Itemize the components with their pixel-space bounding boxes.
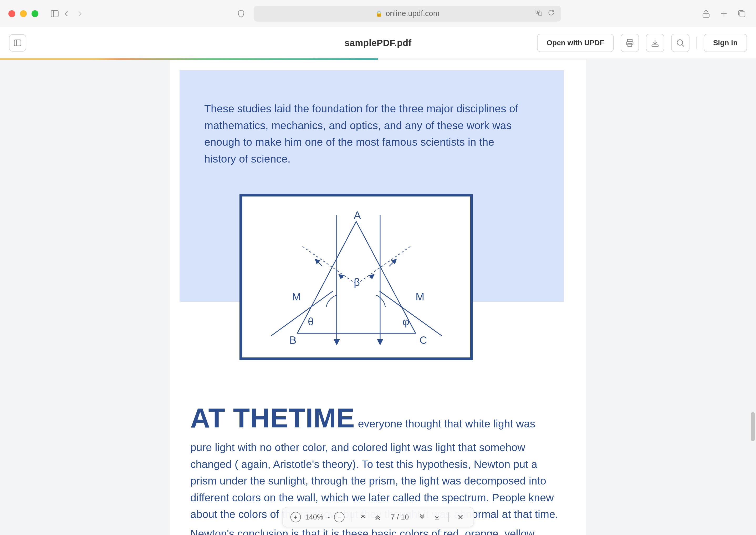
diagram-label-M-left: M <box>292 291 301 302</box>
svg-line-22 <box>316 260 322 266</box>
toolbar-divider <box>696 37 697 49</box>
highlight-text: These studies laid the foundation for th… <box>204 100 520 167</box>
diagram-label-beta: β <box>354 276 360 288</box>
svg-point-14 <box>677 40 683 45</box>
svg-line-18 <box>303 246 355 283</box>
window-minimize-button[interactable] <box>20 10 27 17</box>
svg-line-23 <box>389 260 396 266</box>
bar-divider <box>448 512 449 522</box>
zoom-in-button[interactable]: + <box>290 512 301 522</box>
translate-icon[interactable] <box>535 9 543 18</box>
zoom-page-control: + 140% - − 7 / 10 <box>282 507 474 527</box>
download-button[interactable] <box>646 34 664 52</box>
window-zoom-button[interactable] <box>32 10 39 17</box>
print-button[interactable] <box>621 34 639 52</box>
zoom-out-button[interactable]: − <box>334 512 345 522</box>
last-page-button[interactable] <box>431 513 442 521</box>
close-bar-button[interactable] <box>455 513 466 521</box>
url-bar[interactable]: 🔒 online.updf.com <box>254 6 561 21</box>
diagram-label-phi: φ <box>402 316 409 327</box>
section-heading: AT THETIME <box>190 403 355 433</box>
svg-line-19 <box>358 246 410 283</box>
diagram-label-B: B <box>289 334 297 346</box>
svg-line-15 <box>682 44 684 46</box>
zoom-range-dash: - <box>328 513 330 521</box>
svg-rect-13 <box>652 45 658 46</box>
document-title: samplePDF.pdf <box>345 38 412 48</box>
svg-rect-8 <box>14 40 21 46</box>
prism-diagram: A B C M M β θ φ <box>239 194 473 360</box>
app-toolbar: samplePDF.pdf Open with UPDF Sign in <box>0 27 756 58</box>
svg-line-24 <box>339 275 343 278</box>
scrollbar-thumb[interactable] <box>751 412 755 441</box>
svg-line-17 <box>380 291 442 336</box>
back-button[interactable] <box>61 8 72 19</box>
zoom-level: 140% <box>305 513 323 521</box>
panel-toggle-button[interactable] <box>9 34 26 51</box>
svg-rect-0 <box>51 11 58 17</box>
pdf-page: These studies laid the foundation for th… <box>170 60 586 535</box>
sign-in-button[interactable]: Sign in <box>704 34 747 52</box>
window-close-button[interactable] <box>9 10 15 17</box>
reload-icon[interactable] <box>548 9 555 18</box>
current-page[interactable]: 7 <box>391 513 395 521</box>
prev-page-button[interactable] <box>372 513 383 521</box>
sidebar-toggle-icon[interactable] <box>49 8 61 19</box>
diagram-label-C: C <box>419 334 427 346</box>
bar-divider <box>351 512 351 522</box>
traffic-lights <box>9 10 39 17</box>
open-with-label: Open with UPDF <box>547 39 604 47</box>
privacy-shield-icon[interactable] <box>235 8 247 19</box>
share-icon[interactable] <box>700 8 712 19</box>
next-page-button[interactable] <box>417 513 427 521</box>
open-with-updf-button[interactable]: Open with UPDF <box>537 34 613 52</box>
svg-rect-7 <box>740 12 745 17</box>
svg-line-16 <box>271 291 333 336</box>
new-tab-icon[interactable] <box>718 8 730 19</box>
browser-chrome: 🔒 online.updf.com <box>0 0 756 27</box>
forward-button[interactable] <box>74 8 86 19</box>
svg-rect-10 <box>628 40 632 42</box>
sign-in-label: Sign in <box>713 39 738 47</box>
url-text: online.updf.com <box>386 9 440 18</box>
lock-icon: 🔒 <box>375 10 383 17</box>
diagram-label-A: A <box>354 210 361 221</box>
svg-line-25 <box>369 275 373 278</box>
first-page-button[interactable] <box>358 513 368 521</box>
tabs-icon[interactable] <box>736 8 747 19</box>
diagram-label-theta: θ <box>308 316 313 327</box>
page-sep: / <box>397 513 399 521</box>
total-pages: 10 <box>401 513 409 521</box>
pdf-viewer[interactable]: These studies laid the foundation for th… <box>0 60 756 535</box>
diagram-label-M-right: M <box>416 291 424 302</box>
search-button[interactable] <box>671 34 689 52</box>
